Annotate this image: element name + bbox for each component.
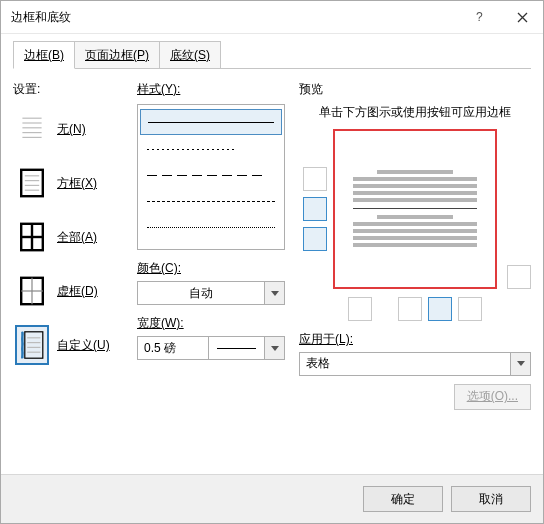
question-icon: ? — [474, 11, 486, 23]
grid-icon — [15, 271, 49, 311]
edge-diag-left-button[interactable] — [348, 297, 372, 321]
help-button[interactable]: ? — [459, 1, 501, 33]
style-column: 样式(Y): 颜色(C): 自动 宽度(W): 0.5 磅 — [137, 81, 285, 474]
edge-bottom-button[interactable] — [303, 227, 327, 251]
svg-text:?: ? — [476, 11, 483, 23]
color-dropdown[interactable]: 自动 — [137, 281, 285, 305]
button-bar: 确定 取消 — [1, 474, 543, 523]
apply-dropdown-button[interactable] — [511, 352, 531, 376]
width-dropdown-button[interactable] — [265, 336, 285, 360]
preview-hint: 单击下方图示或使用按钮可应用边框 — [307, 104, 523, 121]
style-dashdot[interactable] — [140, 215, 282, 239]
width-dropdown[interactable]: 0.5 磅 — [137, 336, 285, 360]
preview-stage[interactable] — [333, 129, 497, 289]
setting-label: 方框(X) — [57, 175, 97, 192]
tab-page-border[interactable]: 页面边框(P) — [74, 41, 160, 68]
all-icon — [15, 217, 49, 257]
color-value: 自动 — [137, 281, 265, 305]
edge-hmiddle-button[interactable] — [303, 197, 327, 221]
tab-panel: 设置: 无(N) 方框(X) 全部 — [13, 69, 531, 474]
setting-label: 无(N) — [57, 121, 86, 138]
preview-label: 预览 — [299, 81, 531, 98]
cancel-button[interactable]: 取消 — [451, 486, 531, 512]
style-dashed[interactable] — [140, 189, 282, 213]
window-title: 边框和底纹 — [11, 9, 459, 26]
style-solid[interactable] — [140, 109, 282, 135]
borders-shading-dialog: 边框和底纹 ? 边框(B) 页面边框(P) 底纹(S) 设置: — [0, 0, 544, 524]
color-dropdown-button[interactable] — [265, 281, 285, 305]
setting-grid[interactable]: 虚框(D) — [13, 266, 123, 316]
edge-vmiddle-button[interactable] — [428, 297, 452, 321]
edge-top-button[interactable] — [303, 167, 327, 191]
dialog-content: 边框(B) 页面边框(P) 底纹(S) 设置: 无(N) — [1, 34, 543, 474]
color-label: 颜色(C): — [137, 260, 285, 277]
style-dotted[interactable] — [140, 137, 282, 161]
style-dashed-long[interactable] — [140, 163, 282, 187]
chevron-down-icon — [517, 361, 525, 366]
preview-column: 预览 单击下方图示或使用按钮可应用边框 — [299, 81, 531, 474]
edge-left-button[interactable] — [398, 297, 422, 321]
setting-label: 全部(A) — [57, 229, 97, 246]
setting-label: 自定义(U) — [57, 337, 110, 354]
chevron-down-icon — [271, 346, 279, 351]
apply-label: 应用于(L): — [299, 331, 531, 348]
settings-column: 设置: 无(N) 方框(X) 全部 — [13, 81, 123, 474]
apply-value: 表格 — [299, 352, 511, 376]
box-icon — [15, 163, 49, 203]
options-button: 选项(O)... — [454, 384, 531, 410]
custom-icon — [15, 325, 49, 365]
apply-dropdown[interactable]: 表格 — [299, 352, 531, 376]
edge-diag-right-button[interactable] — [507, 265, 531, 289]
style-list[interactable] — [137, 104, 285, 250]
setting-label: 虚框(D) — [57, 283, 98, 300]
svg-rect-6 — [21, 170, 43, 196]
tab-shading[interactable]: 底纹(S) — [159, 41, 221, 68]
setting-all[interactable]: 全部(A) — [13, 212, 123, 262]
edge-right-button[interactable] — [458, 297, 482, 321]
title-bar: 边框和底纹 ? — [1, 1, 543, 34]
chevron-down-icon — [271, 291, 279, 296]
width-value: 0.5 磅 — [137, 336, 209, 360]
close-button[interactable] — [501, 1, 543, 33]
ok-button[interactable]: 确定 — [363, 486, 443, 512]
tab-border[interactable]: 边框(B) — [13, 41, 75, 69]
svg-rect-17 — [25, 332, 43, 358]
setting-box[interactable]: 方框(X) — [13, 158, 123, 208]
width-sample — [209, 336, 265, 360]
setting-none[interactable]: 无(N) — [13, 104, 123, 154]
settings-label: 设置: — [13, 81, 123, 98]
tab-bar: 边框(B) 页面边框(P) 底纹(S) — [13, 42, 531, 69]
horizontal-edge-buttons — [299, 297, 531, 321]
close-icon — [517, 12, 528, 23]
setting-custom[interactable]: 自定义(U) — [13, 320, 123, 370]
preview-main — [299, 129, 531, 289]
style-label: 样式(Y): — [137, 81, 285, 98]
vertical-edge-buttons — [299, 167, 327, 251]
none-icon — [15, 109, 49, 149]
width-label: 宽度(W): — [137, 315, 285, 332]
